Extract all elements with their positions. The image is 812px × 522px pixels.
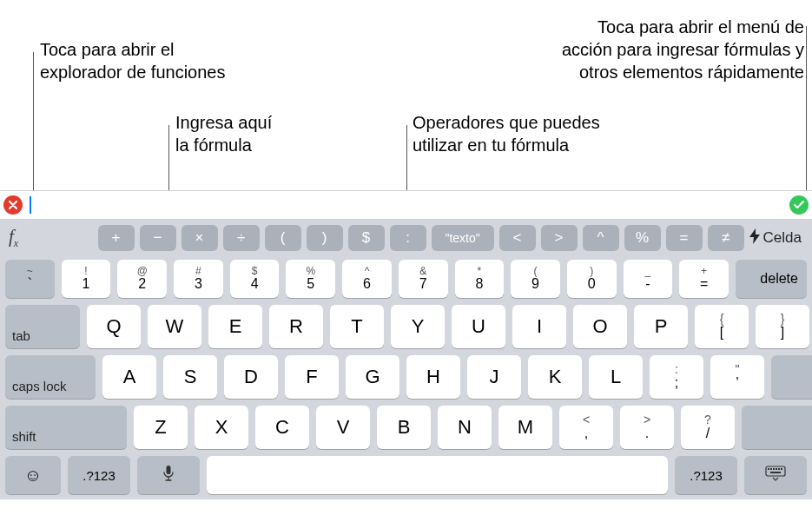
numkey-`[interactable]: ~` [5, 260, 55, 298]
numkey-4[interactable]: $4 [230, 260, 280, 298]
op-4[interactable]: ( [265, 225, 301, 251]
text-cursor [30, 196, 31, 214]
key-s[interactable]: S [163, 355, 217, 399]
numkey-9[interactable]: (9 [511, 260, 560, 298]
key-m[interactable]: M [498, 406, 552, 449]
key-t[interactable]: T [330, 305, 384, 348]
op-11[interactable]: ^ [583, 225, 619, 251]
op-1[interactable]: − [140, 225, 176, 251]
bottom-row: ☺ .?123 .?123 [5, 456, 807, 494]
key-l[interactable]: L [589, 355, 643, 399]
key-d[interactable]: D [224, 355, 278, 399]
key-z[interactable]: Z [134, 406, 188, 449]
key-p[interactable]: P [634, 305, 688, 348]
numkey-7[interactable]: &7 [399, 260, 448, 298]
callout-ops: Operadores que puedes utilizar en tu fór… [413, 111, 600, 156]
op-13[interactable]: = [666, 225, 703, 251]
key-u[interactable]: U [452, 305, 505, 348]
dictation-key[interactable] [137, 456, 200, 494]
numkey-2[interactable]: @2 [117, 260, 167, 298]
confirm-formula-button[interactable] [789, 195, 809, 215]
mode-right-key[interactable]: .?123 [675, 456, 737, 494]
key-e[interactable]: E [208, 305, 262, 348]
numkey-6[interactable]: ^6 [342, 260, 392, 298]
return-key[interactable]: return [771, 355, 812, 399]
a-row: caps lock ASDFGHJKL :;"' return [5, 355, 807, 399]
svg-rect-1 [766, 466, 785, 476]
key-a[interactable]: A [102, 355, 156, 399]
key-n[interactable]: N [438, 406, 492, 449]
key-c[interactable]: C [255, 406, 309, 449]
svg-rect-0 [167, 466, 171, 474]
svg-rect-2 [768, 468, 769, 470]
bolt-icon [749, 228, 760, 248]
op-7[interactable]: : [390, 225, 426, 251]
cell-label: Celda [763, 229, 802, 247]
tab-label: tab [12, 328, 30, 343]
mode-left-key[interactable]: .?123 [68, 456, 130, 494]
keyboard-area: fx +−×÷()$:"texto"<>^%=≠ Celda ~`!1@2#3$… [0, 190, 812, 499]
key-x[interactable]: X [195, 406, 248, 449]
key-f[interactable]: F [285, 355, 339, 399]
capslock-key[interactable]: caps lock [5, 355, 96, 399]
a-punct-1[interactable]: "' [710, 355, 764, 399]
key-h[interactable]: H [406, 355, 460, 399]
shift-left-key[interactable]: shift [5, 406, 127, 449]
callout-cell: Toca para abrir el menú de acción para i… [410, 16, 804, 83]
formula-input[interactable] [36, 195, 784, 215]
key-y[interactable]: Y [391, 305, 445, 348]
key-v[interactable]: V [316, 406, 370, 449]
q-letters: QWERTYUIOP [87, 305, 688, 348]
a-punct-0[interactable]: :; [650, 355, 703, 399]
svg-rect-6 [778, 468, 780, 470]
op-6[interactable]: $ [348, 225, 385, 251]
z-tail: <,>.?/ [559, 406, 735, 449]
key-q[interactable]: Q [87, 305, 141, 348]
z-punct-0[interactable]: <, [559, 406, 613, 449]
shift-right-key[interactable]: shift [742, 406, 812, 449]
hide-keyboard-key[interactable] [744, 456, 807, 494]
cancel-formula-button[interactable] [3, 195, 23, 215]
op-8[interactable]: "texto" [432, 225, 494, 251]
z-punct-1[interactable]: >. [620, 406, 674, 449]
mode-right-label: .?123 [690, 468, 723, 483]
numkey-8[interactable]: *8 [455, 260, 505, 298]
numkey--[interactable]: _- [624, 260, 673, 298]
mic-icon [162, 465, 175, 486]
op-5[interactable]: ) [307, 225, 343, 251]
formula-bar [0, 190, 812, 220]
key-o[interactable]: O [573, 305, 627, 348]
emoji-key[interactable]: ☺ [5, 456, 61, 494]
numkey-=[interactable]: += [679, 260, 729, 298]
z-letters: ZXCVBNM [134, 406, 552, 449]
op-3[interactable]: ÷ [223, 225, 260, 251]
key-r[interactable]: R [269, 305, 323, 348]
numkey-0[interactable]: )0 [567, 260, 617, 298]
key-i[interactable]: I [512, 305, 566, 348]
op-14[interactable]: ≠ [708, 225, 744, 251]
mode-left-label: .?123 [83, 468, 116, 483]
key-k[interactable]: K [528, 355, 582, 399]
cell-action-button[interactable]: Celda [749, 228, 807, 248]
delete-key[interactable]: delete [736, 260, 807, 298]
tab-key[interactable]: tab [5, 305, 80, 348]
numkey-5[interactable]: %5 [286, 260, 335, 298]
svg-rect-3 [770, 468, 772, 470]
numkey-3[interactable]: #3 [174, 260, 223, 298]
op-0[interactable]: + [98, 225, 135, 251]
key-g[interactable]: G [346, 355, 399, 399]
numkey-1[interactable]: !1 [62, 260, 111, 298]
space-key[interactable] [207, 456, 668, 494]
op-12[interactable]: % [624, 225, 661, 251]
q-punct-0[interactable]: {[ [695, 305, 749, 348]
a-letters: ASDFGHJKL [102, 355, 643, 399]
q-punct-1[interactable]: }] [756, 305, 809, 348]
key-b[interactable]: B [377, 406, 431, 449]
function-browser-button[interactable]: fx [5, 226, 20, 250]
op-2[interactable]: × [182, 225, 218, 251]
op-10[interactable]: > [541, 225, 578, 251]
op-9[interactable]: < [499, 225, 536, 251]
key-w[interactable]: W [148, 305, 201, 348]
z-punct-2[interactable]: ?/ [681, 406, 735, 449]
key-j[interactable]: J [467, 355, 521, 399]
